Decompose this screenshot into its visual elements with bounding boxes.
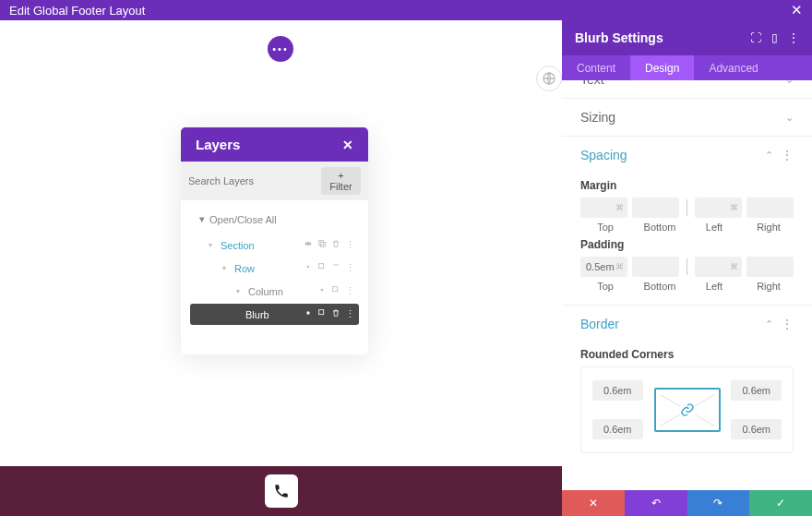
side-label: Left: [689, 281, 739, 292]
tab-content[interactable]: Content: [562, 55, 630, 80]
trash-icon[interactable]: [331, 308, 340, 318]
link-icon[interactable]: ⌘: [730, 203, 738, 212]
page-title: Edit Global Footer Layout: [9, 4, 145, 18]
side-label: Left: [689, 222, 739, 233]
section-border[interactable]: Border ⌃⋮: [580, 306, 794, 342]
close-icon[interactable]: ✕: [342, 138, 353, 152]
padding-right-input[interactable]: [746, 257, 794, 277]
svg-rect-2: [319, 241, 324, 246]
more-icon[interactable]: ⋮: [345, 262, 355, 274]
side-label: Top: [580, 281, 630, 292]
duplicate-icon[interactable]: [317, 262, 327, 271]
section-sizing[interactable]: Sizing⌄: [580, 99, 794, 136]
side-label: Top: [580, 222, 630, 233]
svg-point-5: [321, 289, 324, 292]
more-icon[interactable]: ⋮: [788, 31, 799, 44]
corners-label: Rounded Corners: [580, 348, 794, 361]
settings-title: Blurb Settings: [575, 30, 663, 45]
undo-button[interactable]: ↶: [625, 490, 687, 516]
footer-preview: [0, 466, 562, 516]
padding-label: Padding: [580, 238, 794, 251]
gear-icon[interactable]: [304, 239, 313, 248]
link-icon[interactable]: ⌘: [615, 203, 624, 212]
svg-point-3: [307, 266, 310, 269]
phone-blurb[interactable]: [265, 474, 298, 508]
margin-label: Margin: [580, 179, 794, 192]
close-icon[interactable]: ✕: [791, 2, 803, 18]
gear-icon[interactable]: [317, 285, 327, 294]
more-icon[interactable]: ⋮: [345, 239, 355, 251]
layers-title: Layers: [196, 137, 240, 152]
trash-icon[interactable]: [331, 262, 340, 271]
side-label: Bottom: [635, 281, 685, 292]
layer-section[interactable]: ▾Section ⋮: [190, 234, 359, 256]
trash-icon[interactable]: [331, 239, 340, 248]
corner-br-input[interactable]: [731, 419, 782, 439]
more-icon[interactable]: ⋮: [781, 148, 794, 162]
section-spacing[interactable]: Spacing ⌃⋮: [580, 137, 794, 174]
side-label: Right: [744, 281, 794, 292]
corner-tr-input[interactable]: [731, 380, 782, 401]
side-label: Right: [744, 222, 794, 233]
search-input[interactable]: [188, 167, 316, 195]
module-options-button[interactable]: •••: [268, 36, 293, 62]
globe-icon[interactable]: [536, 66, 562, 91]
padding-bottom-input[interactable]: [632, 257, 679, 277]
gear-icon[interactable]: [304, 262, 313, 271]
svg-rect-6: [333, 287, 338, 292]
margin-right-input[interactable]: [746, 198, 794, 218]
section-text[interactable]: Text⌄: [580, 80, 794, 98]
margin-bottom-input[interactable]: [632, 198, 679, 218]
tab-design[interactable]: Design: [630, 55, 694, 80]
link-icon: [680, 402, 695, 417]
layer-row[interactable]: ▾Row ⋮: [190, 258, 359, 279]
layer-blurb[interactable]: Blurb ⋮: [190, 304, 359, 325]
save-button[interactable]: ✓: [749, 490, 812, 516]
layer-column[interactable]: ▾Column ⋮: [190, 281, 359, 302]
link-icon[interactable]: ⌘: [615, 262, 624, 271]
redo-button[interactable]: ↷: [687, 490, 750, 516]
link-corners-toggle[interactable]: [654, 388, 721, 432]
side-label: Bottom: [635, 222, 685, 233]
layers-panel: Layers ✕ + Filter ▾Open/Close All ▾Secti…: [181, 127, 368, 354]
tab-advanced[interactable]: Advanced: [694, 55, 772, 80]
link-icon[interactable]: ⌘: [730, 262, 738, 271]
more-icon[interactable]: ⋮: [781, 317, 794, 331]
more-icon[interactable]: ⋮: [345, 285, 355, 297]
corner-tl-input[interactable]: [592, 380, 643, 401]
svg-rect-4: [319, 264, 324, 269]
filter-button[interactable]: + Filter: [321, 167, 361, 195]
more-icon[interactable]: ⋮: [345, 308, 355, 320]
duplicate-icon[interactable]: [317, 308, 327, 318]
open-close-all[interactable]: ▾Open/Close All: [190, 208, 359, 234]
expand-icon[interactable]: ⛶: [750, 31, 761, 44]
tablet-icon[interactable]: ▯: [771, 31, 778, 44]
svg-rect-7: [319, 310, 324, 315]
duplicate-icon[interactable]: [317, 239, 327, 248]
cancel-button[interactable]: ✕: [562, 490, 625, 516]
gear-icon[interactable]: [304, 308, 313, 318]
corner-bl-input[interactable]: [592, 419, 643, 439]
duplicate-icon[interactable]: [331, 285, 340, 294]
phone-icon: [273, 483, 290, 499]
svg-rect-1: [320, 242, 325, 246]
